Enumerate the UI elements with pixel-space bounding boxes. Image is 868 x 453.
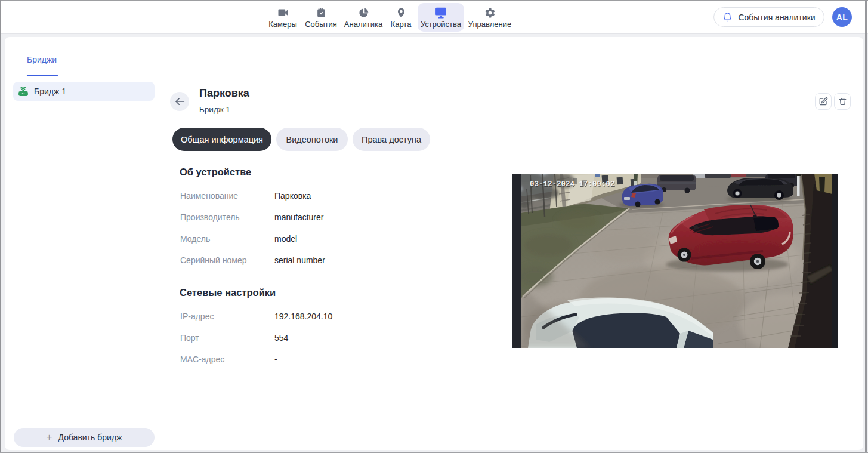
- svg-text:03-12-2024 17:09:02: 03-12-2024 17:09:02: [530, 180, 615, 189]
